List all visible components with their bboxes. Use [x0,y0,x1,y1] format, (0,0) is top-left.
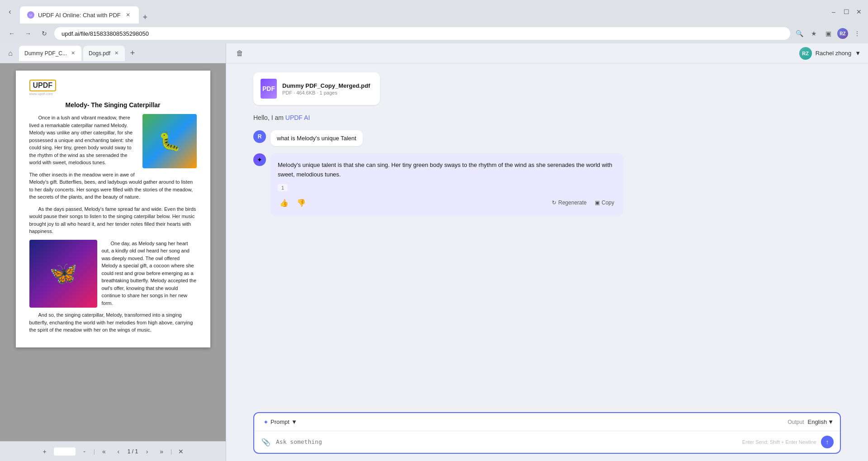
extensions-btn[interactable]: ▣ [823,28,834,39]
tab-scroll-left-btn[interactable]: ‹ [4,5,16,18]
pdf-tab-1[interactable]: Dummy PDF_C... ✕ [19,46,81,61]
pdf-size: 464.6KB [296,90,315,95]
pdf-caterpillar-image: 🐛 [142,114,197,168]
separator-1: | [94,448,95,455]
maximize-btn[interactable]: ☐ [841,6,852,17]
ai-message-bubble: Melody's unique talent is that she can s… [270,153,623,216]
back-btn[interactable]: ← [5,27,18,40]
output-label: Output [787,419,804,425]
send-btn[interactable]: ↑ [821,436,834,448]
pdf-content: UPDF www.updf.com Melody- The Singing Ca… [0,63,226,441]
input-hint: Enter Send; Shift + Enter Newline [742,439,816,445]
page-ref-number: 1 [281,185,284,190]
attach-btn[interactable]: 📎 [261,437,271,447]
zoom-in-btn[interactable]: + [39,446,50,457]
pdf-para-3: As the days passed, Melody's fame spread… [29,205,197,235]
tab-favicon: U [27,11,34,19]
user-message-bubble: what is Melody's unique Talent [270,130,363,146]
pdf-tab-1-label: Dummy PDF_C... [24,50,67,57]
chat-input[interactable] [276,437,738,447]
user-message-text: what is Melody's unique Talent [277,135,356,142]
new-tab-btn[interactable]: + [139,11,152,24]
updf-ai-link[interactable]: UPDF AI [285,114,310,121]
last-page-btn[interactable]: » [156,446,167,457]
user-message-row: R what is Melody's unique Talent [253,130,841,146]
pdf-panel: ⌂ Dummy PDF_C... ✕ Dogs.pdf ✕ + UPDF www… [0,43,226,461]
separator-2: | [171,448,172,455]
zoom-btn[interactable]: 🔍 [794,28,805,39]
profile-avatar[interactable]: RZ [837,28,848,39]
thumbs-down-btn[interactable]: 👎 [295,197,308,209]
pdf-tab-1-close[interactable]: ✕ [70,50,76,57]
next-page-btn[interactable]: › [142,446,152,457]
app-body: ⌂ Dummy PDF_C... ✕ Dogs.pdf ✕ + UPDF www… [0,43,868,461]
lang-dropdown-icon: ▼ [828,418,834,425]
pdf-card: PDF Dummy PDF_Copy_Merged.pdf PDF · 464.… [253,72,380,105]
tabs-bar: U UPDF AI Online: Chat with PDF ✕ + [20,0,152,24]
close-doc-btn[interactable]: ✕ [175,446,186,457]
ai-msg-avatar: ✦ [253,153,266,166]
chat-input-box: ✦ Prompt ▼ Output English ▼ 📎 [253,412,841,454]
user-msg-avatar: R [253,130,266,143]
page-total: 1 [135,448,138,455]
pdf-footer: + 87% - | « ‹ 1 / 1 › » | ✕ [0,441,226,461]
greeting-message: Hello, I am UPDF AI [253,112,841,123]
browser-chrome: ‹ U UPDF AI Online: Chat with PDF ✕ + – … [0,0,868,24]
chat-input-toolbar: ✦ Prompt ▼ Output English ▼ [254,413,840,431]
ai-message-row: ✦ Melody's unique talent is that she can… [253,153,841,216]
zoom-level-input[interactable]: 87% [54,447,76,456]
pdf-add-tab-btn[interactable]: + [127,48,138,59]
thumbs-up-btn[interactable]: 👍 [278,197,290,209]
copy-icon: ▣ [595,200,600,206]
copy-label: Copy [602,200,614,206]
chat-messages: PDF Dummy PDF_Copy_Merged.pdf PDF · 464.… [226,63,868,407]
pdf-card-name: Dummy PDF_Copy_Merged.pdf [282,82,370,89]
regenerate-btn[interactable]: ↻ Regenerate [550,198,588,208]
user-info[interactable]: RZ Rachel zhong ▼ [799,47,861,60]
page-separator: / [132,448,135,455]
user-dropdown-icon: ▼ [855,50,861,57]
ai-message-actions: 👍 👎 ↻ Regenerate ▣ Copy [278,197,616,209]
address-bar-right: 🔍 ★ ▣ RZ ⋮ [794,28,863,39]
pdf-card-info: Dummy PDF_Copy_Merged.pdf PDF · 464.6KB … [282,82,370,95]
copy-btn[interactable]: ▣ Copy [593,198,616,208]
toolbar-right: Output English ▼ [787,418,834,425]
user-avatar: RZ [799,47,812,60]
close-btn[interactable]: ✕ [854,6,864,17]
pdf-tab-2[interactable]: Dogs.pdf ✕ [83,46,125,61]
chat-input-area: 📎 Enter Send; Shift + Enter Newline ↑ [254,431,840,453]
delete-chat-btn[interactable]: 🗑 [233,47,246,60]
logo-sub: www.updf.com [29,92,197,96]
first-page-btn[interactable]: « [99,446,109,457]
prompt-btn[interactable]: ✦ Prompt ▼ [261,417,300,428]
regenerate-icon: ↻ [552,200,556,206]
pdf-para-2: The other insects in the meadow were in … [29,171,197,201]
pdf-butterfly-image: 🦋 [29,240,97,308]
chat-input-container: ✦ Prompt ▼ Output English ▼ 📎 [226,407,868,461]
forward-btn[interactable]: → [22,27,34,40]
pdf-para-5: And so, the singing caterpillar, Melody,… [29,311,197,334]
pdf-tabs: ⌂ Dummy PDF_C... ✕ Dogs.pdf ✕ + [0,43,226,63]
address-input[interactable]: updf.ai/file/815833808535298050 [54,27,790,40]
minimize-btn[interactable]: – [828,6,839,17]
prev-page-btn[interactable]: ‹ [113,446,124,457]
pdf-tab-2-close[interactable]: ✕ [113,50,119,57]
chat-panel: 🗑 RZ Rachel zhong ▼ PDF Dummy PDF_Copy_M… [226,43,868,461]
user-msg-initial: R [258,133,262,140]
menu-btn[interactable]: ⋮ [852,28,863,39]
language-select[interactable]: English ▼ [807,418,834,425]
active-tab[interactable]: U UPDF AI Online: Chat with PDF ✕ [20,6,139,24]
home-btn[interactable]: ⌂ [4,47,17,60]
ai-page-ref: 1 [278,184,288,191]
user-name: Rachel zhong [816,50,852,57]
bookmark-btn[interactable]: ★ [808,28,819,39]
pdf-section-2: 🦋 One day, as Melody sang her heart out,… [29,240,197,338]
profile-initials: RZ [840,31,845,36]
pdf-tab-2-label: Dogs.pdf [89,50,110,57]
active-tab-label: UPDF AI Online: Chat with PDF [38,12,121,19]
reload-btn[interactable]: ↻ [38,27,51,40]
tab-close-btn[interactable]: ✕ [124,11,132,19]
address-bar-row: ← → ↻ updf.ai/file/815833808535298050 🔍 … [0,24,868,43]
page-current: 1 [128,448,131,455]
zoom-out-btn[interactable]: - [79,446,90,457]
